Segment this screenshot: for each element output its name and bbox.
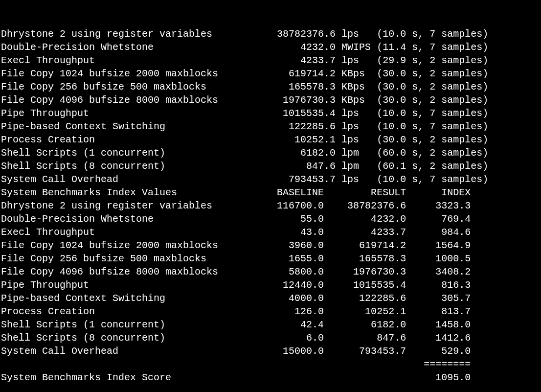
terminal-line: Execl Throughput 4233.7 lps (29.9 s, 2 s… <box>1 54 540 67</box>
terminal-output: Dhrystone 2 using register variables 387… <box>1 27 540 384</box>
terminal-line: File Copy 1024 bufsize 2000 maxblocks 61… <box>1 67 540 80</box>
terminal-line: File Copy 256 bufsize 500 maxblocks 1655… <box>1 80 540 93</box>
terminal-line: Process Creation 126.0 10252.1 813.7 <box>1 305 540 318</box>
terminal-line: Pipe-based Context Switching 122285.6 lp… <box>1 120 540 133</box>
terminal-line: System Call Overhead 793453.7 lps (10.0 … <box>1 173 540 186</box>
terminal-line: ======== <box>1 358 540 371</box>
terminal-line: Dhrystone 2 using register variables 387… <box>1 27 540 41</box>
terminal-line: System Call Overhead 15000.0 793453.7 52… <box>1 345 540 358</box>
terminal-line: System Benchmarks Index Values BASELINE … <box>1 186 540 199</box>
terminal-line: Shell Scripts (8 concurrent) 847.6 lpm (… <box>1 160 540 173</box>
terminal-line: File Copy 4096 bufsize 8000 maxblocks 58… <box>1 265 540 278</box>
terminal-line: Shell Scripts (8 concurrent) 6.0 847.6 1… <box>1 331 540 345</box>
terminal-line: Pipe Throughput 12440.0 1015535.4 816.3 <box>1 278 540 292</box>
terminal-line: Process Creation 10252.1 lps (30.0 s, 2 … <box>1 133 540 146</box>
terminal-line: Execl Throughput 43.0 4233.7 984.6 <box>1 226 540 239</box>
terminal-line: System Benchmarks Index Score 1095.0 <box>1 371 540 384</box>
terminal-line: Shell Scripts (1 concurrent) 6182.0 lpm … <box>1 146 540 160</box>
terminal-line: Double-Precision Whetstone 55.0 4232.0 7… <box>1 212 540 226</box>
terminal-line: Double-Precision Whetstone 4232.0 MWIPS … <box>1 41 540 54</box>
terminal-line: Pipe Throughput 1015535.4 lps (10.0 s, 7… <box>1 107 540 120</box>
terminal-line: File Copy 1024 bufsize 2000 maxblocks 39… <box>1 239 540 252</box>
terminal-line: Pipe-based Context Switching 4000.0 1222… <box>1 292 540 305</box>
terminal-line: File Copy 256 bufsize 500 maxblocks 1655… <box>1 252 540 265</box>
terminal-line: Shell Scripts (1 concurrent) 42.4 6182.0… <box>1 318 540 331</box>
terminal-line: Dhrystone 2 using register variables 116… <box>1 199 540 212</box>
terminal-line: File Copy 4096 bufsize 8000 maxblocks 19… <box>1 93 540 107</box>
